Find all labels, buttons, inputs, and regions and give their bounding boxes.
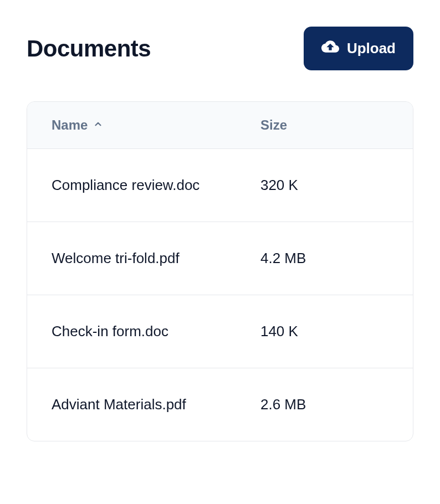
- table-row[interactable]: Welcome tri-fold.pdf 4.2 MB: [27, 222, 413, 295]
- file-name: Adviant Materials.pdf: [52, 396, 186, 413]
- column-header-size[interactable]: Size: [260, 117, 388, 133]
- file-size: 2.6 MB: [260, 396, 306, 413]
- page-header: Documents Upload: [27, 27, 413, 70]
- sort-ascending-icon: [93, 119, 103, 131]
- file-name: Check-in form.doc: [52, 323, 168, 340]
- file-name: Compliance review.doc: [52, 177, 199, 194]
- table-header-row: Name Size: [27, 102, 413, 149]
- table-row[interactable]: Adviant Materials.pdf 2.6 MB: [27, 368, 413, 441]
- column-header-size-label: Size: [260, 117, 287, 132]
- file-size: 320 K: [260, 177, 298, 193]
- column-header-name-label: Name: [52, 117, 88, 133]
- table-row[interactable]: Check-in form.doc 140 K: [27, 295, 413, 368]
- table-row[interactable]: Compliance review.doc 320 K: [27, 149, 413, 222]
- documents-table: Name Size Compliance review.doc 320 K We…: [27, 101, 413, 441]
- page-title: Documents: [27, 35, 151, 62]
- upload-button[interactable]: Upload: [304, 27, 413, 70]
- upload-button-label: Upload: [347, 40, 396, 57]
- file-size: 4.2 MB: [260, 250, 306, 266]
- column-header-name[interactable]: Name: [52, 117, 260, 133]
- file-name: Welcome tri-fold.pdf: [52, 250, 180, 267]
- cloud-upload-icon: [321, 38, 339, 59]
- file-size: 140 K: [260, 323, 298, 340]
